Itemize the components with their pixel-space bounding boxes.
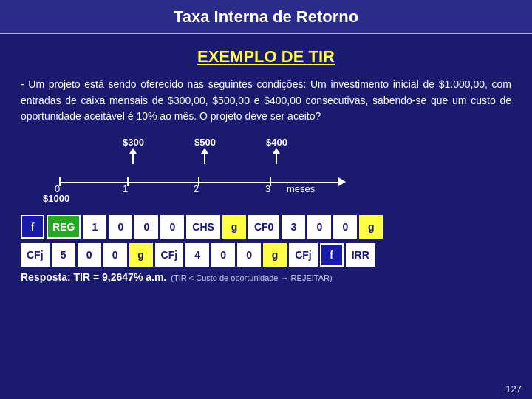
section-title: EXEMPLO DE TIR [21,47,511,66]
num3-button[interactable]: 0 [134,215,158,239]
main-content: EXEMPLO DE TIR - Um projeto está sendo o… [0,34,532,290]
num1-button[interactable]: 1 [83,215,106,239]
r2-num5-button[interactable]: 0 [211,243,235,267]
cf500-line [204,154,205,164]
chs-button[interactable]: CHS [186,215,220,239]
page-title: Taxa Interna de Retorno [0,7,532,27]
cf300-arrow [129,148,137,154]
answer-row: Resposta: TIR = 9,2647% a.m. (TIR < Cust… [21,271,511,283]
cf400-line [276,154,277,164]
r2-g1-button[interactable]: g [129,243,153,267]
r2-num6-button[interactable]: 0 [237,243,261,267]
num2-button[interactable]: 0 [109,215,132,239]
meses-label: meses [287,183,315,194]
cf500-label: $500 [194,137,216,148]
answer-note: (TIR < Custo de oportunidade → REJEITAR) [171,273,332,282]
num6-button[interactable]: 0 [307,215,331,239]
cf500-group: $500 [194,137,216,164]
timeline-diagram: $300 $500 $400 [43,137,511,205]
r2-g2-button[interactable]: g [263,243,287,267]
g1-button[interactable]: g [222,215,246,239]
period-0: 0 [55,183,60,194]
cf400-arrow [273,148,280,154]
cf0-button[interactable]: CF0 [248,215,279,239]
cf300-label: $300 [123,137,144,148]
button-row-2: CFj 5 0 0 g CFj 4 0 0 g CFj f IRR [21,243,511,267]
r2-f-button[interactable]: f [320,243,344,267]
cfj2-button[interactable]: CFj [155,243,184,267]
button-row-1: f REG 1 0 0 0 CHS g CF0 3 0 0 g [21,215,511,239]
cf400-group: $400 [266,137,287,164]
cashflow-area: $300 $500 $400 [43,137,361,174]
r2-num2-button[interactable]: 0 [78,243,101,267]
cfj1-button[interactable]: CFj [21,243,50,267]
num4-button[interactable]: 0 [160,215,184,239]
reg-button[interactable]: REG [47,215,81,239]
page-number: 127 [505,383,522,395]
cf300-group: $300 [123,137,144,164]
period-3: 3 [265,183,270,194]
cfj3-button[interactable]: CFj [289,243,318,267]
r2-num1-button[interactable]: 5 [52,243,75,267]
cost-label: $1000 [43,193,69,204]
num7-button[interactable]: 0 [333,215,357,239]
cf400-label: $400 [266,137,287,148]
cf300-line [132,154,134,164]
period-1: 1 [123,183,128,194]
cf500-arrow [201,148,208,154]
r2-num4-button[interactable]: 4 [185,243,209,267]
header: Taxa Interna de Retorno [0,0,532,34]
answer-main: Resposta: TIR = 9,2647% a.m. [21,271,166,283]
num5-button[interactable]: 3 [282,215,305,239]
period-2: 2 [194,183,199,194]
irr-button[interactable]: IRR [346,243,375,267]
timeline-line-row: 0 1 2 3 meses [43,174,361,190]
g2-button[interactable]: g [359,215,383,239]
timeline-arrow [338,177,346,186]
r2-num3-button[interactable]: 0 [103,243,127,267]
description: - Um projeto está sendo oferecido nas se… [21,77,511,125]
f-button[interactable]: f [21,215,44,239]
